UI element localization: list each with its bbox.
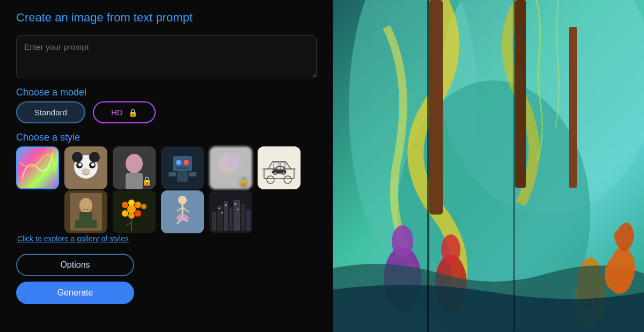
svg-rect-31 <box>281 163 285 168</box>
svg-rect-61 <box>221 212 223 213</box>
svg-rect-63 <box>235 203 236 205</box>
svg-rect-19 <box>177 171 188 182</box>
svg-point-16 <box>176 160 181 165</box>
svg-rect-62 <box>225 204 226 206</box>
style-blur[interactable]: 🔒 <box>209 146 252 189</box>
style-ballet[interactable] <box>161 190 204 233</box>
svg-point-46 <box>141 204 147 209</box>
svg-rect-54 <box>217 205 223 231</box>
svg-rect-71 <box>569 27 577 188</box>
svg-point-73 <box>392 225 413 257</box>
svg-point-42 <box>122 202 128 208</box>
svg-point-40 <box>128 200 135 206</box>
svg-rect-21 <box>189 172 196 176</box>
svg-point-3 <box>72 152 83 163</box>
svg-point-7 <box>78 163 82 166</box>
style-portrait[interactable]: 🔒 <box>113 146 156 189</box>
model-label: Choose a model <box>16 87 317 98</box>
page-title: Create an image from text prompt <box>16 11 317 25</box>
hd-label: HD <box>111 108 123 117</box>
style-panda[interactable] <box>64 146 107 189</box>
svg-rect-69 <box>429 0 443 215</box>
svg-point-50 <box>178 196 187 204</box>
style-row-1: 🔒 🔒 <box>16 146 317 189</box>
hd-lock-icon: 🔒 <box>128 108 137 117</box>
svg-point-44 <box>135 210 141 217</box>
model-section: Choose a model Standard HD 🔒 <box>16 87 317 123</box>
style-label: Choose a style <box>16 132 317 143</box>
svg-rect-56 <box>229 208 232 231</box>
svg-point-39 <box>127 205 136 213</box>
svg-rect-60 <box>218 208 220 209</box>
style-city[interactable] <box>209 190 252 233</box>
svg-point-8 <box>91 163 94 166</box>
svg-rect-13 <box>126 173 143 189</box>
svg-point-12 <box>126 154 143 173</box>
svg-point-41 <box>135 202 141 208</box>
style-section: Choose a style <box>16 132 317 243</box>
svg-rect-70 <box>515 0 526 188</box>
model-buttons: Standard HD 🔒 <box>16 101 317 123</box>
prompt-input[interactable] <box>16 35 317 78</box>
svg-point-24 <box>226 154 241 169</box>
svg-rect-35 <box>79 212 92 228</box>
bottom-buttons: Options Generate <box>16 254 317 304</box>
portrait-lock-icon: 🔒 <box>142 176 152 186</box>
svg-rect-58 <box>241 204 245 231</box>
gallery-link[interactable]: Click to explore a gallery of styles <box>17 234 317 243</box>
svg-rect-64 <box>237 209 239 210</box>
svg-rect-59 <box>246 210 251 231</box>
generate-button[interactable]: Generate <box>16 282 134 304</box>
generated-image <box>333 0 644 332</box>
style-robot[interactable] <box>161 146 204 189</box>
style-row-2 <box>64 190 317 233</box>
svg-rect-36 <box>75 220 80 228</box>
svg-point-4 <box>89 152 100 163</box>
svg-rect-57 <box>233 200 240 231</box>
options-button[interactable]: Options <box>16 254 134 276</box>
svg-point-75 <box>441 234 460 264</box>
svg-rect-25 <box>258 146 301 189</box>
hd-model-button[interactable]: HD 🔒 <box>93 101 156 123</box>
left-panel: Create an image from text prompt Choose … <box>0 0 333 332</box>
style-flowers[interactable] <box>113 190 156 233</box>
style-vivid[interactable] <box>16 146 59 189</box>
standard-model-button[interactable]: Standard <box>16 101 85 123</box>
svg-rect-30 <box>274 163 279 168</box>
svg-rect-20 <box>169 172 176 176</box>
svg-point-34 <box>79 198 92 213</box>
svg-rect-37 <box>91 220 97 228</box>
style-mona[interactable] <box>64 190 107 233</box>
svg-point-17 <box>184 160 189 165</box>
right-panel <box>333 0 644 332</box>
svg-rect-53 <box>212 212 216 231</box>
svg-point-43 <box>122 210 128 217</box>
svg-point-9 <box>82 168 90 174</box>
style-sketch[interactable] <box>258 146 301 189</box>
svg-rect-18 <box>176 167 189 169</box>
svg-point-45 <box>128 212 135 219</box>
blur-lock-icon: 🔒 <box>238 176 249 186</box>
